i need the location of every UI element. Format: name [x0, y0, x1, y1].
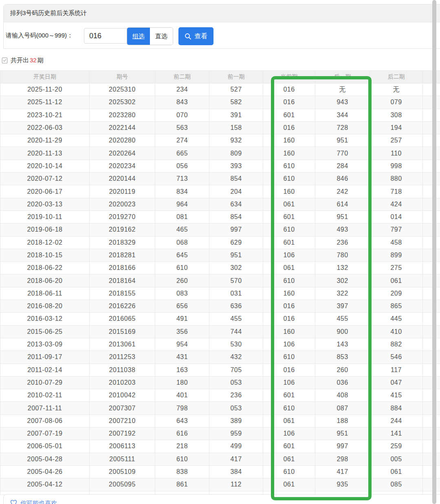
cell: 846 [315, 173, 370, 185]
cell: 2018-06-22 [0, 262, 90, 274]
cell: 2013-03-09 [0, 338, 90, 351]
cell: 016 [263, 121, 315, 134]
cell: 854 [209, 173, 263, 185]
might-like-label[interactable]: 你可能也喜欢 [20, 500, 57, 504]
view-button-label: 查看 [194, 32, 207, 41]
cell: 053 [209, 402, 263, 414]
cell: 2007307 [90, 402, 155, 414]
cell-empty [423, 414, 440, 427]
cell: 610 [263, 224, 315, 236]
cell: 943 [315, 96, 370, 109]
heart-icon [10, 500, 17, 504]
cell: 2023280 [90, 109, 155, 121]
cell: 899 [370, 249, 423, 261]
play-type-toggle: 组选 直选 [127, 27, 173, 45]
cell: 998 [370, 160, 423, 172]
cell: 880 [370, 173, 423, 185]
table-row: 2007-08-062007210643389061188244 [0, 414, 440, 427]
cell: 2007192 [90, 427, 155, 440]
cell: 610 [155, 262, 209, 274]
cell: 665 [155, 147, 209, 160]
group-select-button[interactable]: 组选 [127, 28, 150, 45]
vertical-scrollbar[interactable] [432, 0, 436, 504]
table-row: 2022-06-032022144563158016728194 [0, 121, 440, 134]
cell-empty [423, 83, 440, 96]
number-input[interactable] [84, 28, 129, 44]
cell: 780 [315, 249, 370, 261]
cell: 083 [155, 287, 209, 300]
cell: 106 [263, 249, 315, 261]
cell-empty [423, 427, 440, 440]
cell: 2020-10-14 [0, 160, 90, 172]
history-table: 开奖日期期号前二期前一期当前期后一期后二期 2025-11-2020253102… [0, 70, 440, 495]
cell: 401 [155, 389, 209, 402]
direct-select-button[interactable]: 直选 [150, 28, 173, 45]
cell: 2019-10-11 [0, 210, 90, 223]
cell: 2016-08-20 [0, 300, 90, 313]
cell: 016 [263, 313, 315, 325]
cell: 2018-06-11 [0, 287, 90, 300]
table-row: 2011-09-172011253431432610853546 [0, 351, 440, 364]
cell: 160 [263, 185, 315, 198]
cell: 610 [263, 274, 315, 287]
cell: 798 [155, 402, 209, 414]
cell: 2020-11-29 [0, 134, 90, 147]
query-card: 排列3号码历史前后关系统计 请输入号码(000～999)： 组选 直选 查看 [3, 4, 440, 49]
cell: 2016065 [90, 313, 155, 325]
cell: 843 [155, 96, 209, 109]
cell: 2025310 [90, 83, 155, 96]
cell: 070 [155, 109, 209, 121]
cell: 160 [263, 325, 315, 338]
cell: 384 [209, 465, 263, 478]
cell: 884 [370, 402, 423, 414]
table-row: 2015-06-252015169356744160900410 [0, 325, 440, 338]
cell: 2020144 [90, 173, 155, 185]
history-table-wrap: 开奖日期期号前二期前一期当前期后一期后二期 2025-11-2020253102… [0, 70, 440, 495]
cell: 634 [209, 198, 263, 210]
table-row: 2025-11-202025310234527016无无 [0, 83, 440, 96]
cell: 809 [209, 147, 263, 160]
cell: 2025-11-20 [0, 83, 90, 96]
cell-empty [423, 440, 440, 453]
cell: 016 [263, 364, 315, 376]
cell: 601 [263, 236, 315, 249]
table-row: 2007-07-192007192616959106951141 [0, 427, 440, 440]
view-button[interactable]: 查看 [178, 27, 213, 45]
page-title: 排列3号码历史前后关系统计 [10, 9, 87, 17]
table-row: 2016-03-122016065491455016455445 [0, 313, 440, 325]
cell: 900 [315, 325, 370, 338]
cell: 2013061 [90, 338, 155, 351]
cell-empty [423, 287, 440, 300]
cell: 无 [370, 83, 423, 96]
cell: 2020280 [90, 134, 155, 147]
cell: 2005109 [90, 465, 155, 478]
cell: 2007-08-06 [0, 414, 90, 427]
cell: 2018-12-02 [0, 236, 90, 249]
cell: 610 [263, 173, 315, 185]
cell: 834 [155, 185, 209, 198]
cell: 302 [315, 274, 370, 287]
cell: 2005095 [90, 478, 155, 491]
cell: 546 [370, 351, 423, 364]
cell: 2011038 [90, 364, 155, 376]
cell: 2010-02-11 [0, 389, 90, 402]
cell: 389 [209, 414, 263, 427]
cell: 322 [315, 287, 370, 300]
cell: 2018329 [90, 236, 155, 249]
cell: 2015169 [90, 325, 155, 338]
cell: 959 [209, 427, 263, 440]
cell: 417 [209, 453, 263, 465]
cell: 无 [315, 83, 370, 96]
cell: 797 [370, 224, 423, 236]
cell: 005 [370, 453, 423, 465]
cell: 713 [155, 173, 209, 185]
cell-empty [423, 478, 440, 491]
cell: 2010042 [90, 389, 155, 402]
cell: 951 [209, 249, 263, 261]
cell: 085 [370, 478, 423, 491]
cell: 465 [155, 224, 209, 236]
cell: 432 [209, 351, 263, 364]
cell: 204 [209, 185, 263, 198]
table-row: 2007-11-112007307798053610087884 [0, 402, 440, 414]
cell: 344 [315, 109, 370, 121]
